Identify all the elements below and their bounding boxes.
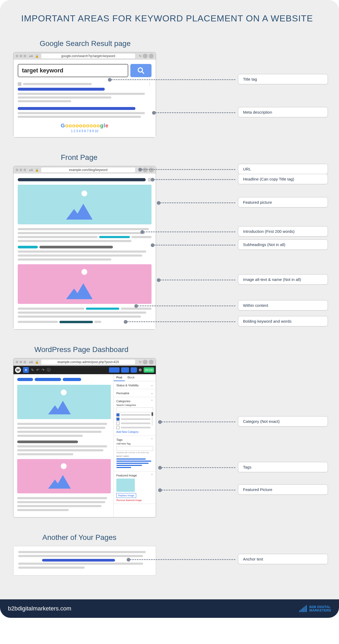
scrollbar[interactable]: [152, 412, 153, 425]
label-tags: Tags: [238, 462, 328, 472]
category-search-input[interactable]: [116, 407, 153, 412]
bold-keyword: [59, 321, 93, 323]
update-button[interactable]: [109, 367, 120, 373]
label-featured-picture: Featured picture: [238, 197, 328, 207]
settings-button[interactable]: [131, 367, 137, 373]
featured-image: [18, 185, 152, 224]
browser-chrome: ᴀA 🔒 google.com/search?q=target=keyword …: [13, 52, 156, 60]
url-bar: google.com/search?q=target=keyword: [41, 54, 135, 58]
tag-input[interactable]: [116, 446, 153, 451]
featured-thumbnail[interactable]: [116, 479, 135, 492]
wp-featured-image: [17, 385, 111, 419]
section-title-front: Front Page: [61, 153, 326, 162]
preview-button[interactable]: [121, 367, 129, 373]
replace-image-button[interactable]: Replace Image: [116, 493, 136, 498]
label-title-tag: Title tag: [238, 74, 328, 84]
label-category: Category (Not exact): [238, 416, 328, 427]
lock-icon: 🔒: [35, 168, 39, 172]
edit-icon[interactable]: ✎: [31, 368, 34, 372]
lock-icon: 🔒: [35, 360, 39, 364]
wp-editor-toolbar: W + ✎ ↶ ↷ ⓘ ⚙ 99/100: [13, 366, 156, 374]
seo-score: 99/100: [144, 367, 154, 373]
gear-icon[interactable]: ⚙: [139, 368, 142, 372]
footer-site: b2bdigitalmarketers.com: [8, 605, 71, 612]
serp-title: [18, 88, 105, 91]
back-icon: [143, 54, 148, 58]
category-checkbox[interactable]: [116, 422, 120, 425]
footer-logo: B2B DIGITAL MARKETERS: [299, 605, 331, 612]
another-page-box: [13, 546, 156, 576]
footer: b2bdigitalmarketers.com B2B DIGITAL MARK…: [0, 599, 339, 618]
intro-keyword: [99, 236, 130, 238]
svg-line-1: [142, 72, 144, 74]
subheading-keyword: [18, 246, 38, 248]
tags-panel: Tags⌃ Add New Tag Separate with commas o…: [114, 436, 156, 471]
label-subheadings: Subheadings (Not in all): [238, 239, 328, 250]
section-title-wp: WordPress Page Dashboard: [34, 345, 326, 354]
label-bolding: Bolding keyword and words: [238, 316, 328, 326]
search-input[interactable]: target keyword: [18, 64, 128, 77]
label-alt-text: Image alt-text & name (Not in all): [238, 274, 328, 285]
label-within-content: Within content: [238, 300, 328, 311]
refresh-icon: ↻: [139, 54, 141, 58]
page-title: IMPORTANT AREAS FOR KEYWORD PLACEMENT ON…: [13, 13, 326, 24]
label-url: URL: [238, 164, 328, 174]
chevron-down-icon[interactable]: ⌄: [151, 383, 153, 387]
chevron-up-icon[interactable]: ⌃: [151, 438, 153, 441]
label-introduction: Introduction (First 200 words): [238, 226, 328, 237]
wp-browser: ᴀA🔒 example.com/wp-admin/post.php?post=4…: [13, 358, 156, 517]
label-featured-picture2: Featured Picture: [238, 484, 328, 495]
serp-description: [18, 112, 145, 114]
categories-panel: Categories⌃ Search Categories Add New Ca…: [114, 397, 156, 436]
undo-icon[interactable]: ↶: [36, 368, 39, 372]
forward-icon: [149, 54, 154, 58]
serp-browser: ᴀA 🔒 google.com/search?q=target=keyword …: [13, 52, 156, 137]
wp-content-image: [17, 459, 111, 493]
category-checkbox[interactable]: [116, 418, 120, 421]
add-block-button[interactable]: +: [23, 367, 29, 373]
lock-icon: 🔒: [35, 54, 39, 58]
label-anchor: Anchor text: [238, 554, 328, 564]
serp-title: [18, 107, 135, 110]
category-checkbox[interactable]: [116, 426, 120, 429]
url-bar: example.com/wp-admin/post.php?post=420: [41, 360, 135, 364]
info-icon[interactable]: ⓘ: [47, 368, 51, 372]
label-headline: Headline (Can copy Title tag): [238, 174, 328, 184]
headline: [18, 178, 146, 181]
google-pagination-logo: Goooooooooogle: [18, 123, 152, 129]
section-title-another: Another of Your Pages: [42, 533, 326, 542]
chevron-down-icon[interactable]: ⌄: [151, 391, 153, 395]
chevron-up-icon[interactable]: ⌃: [151, 399, 153, 403]
remove-image-link[interactable]: Remove featured image: [116, 499, 153, 502]
tab-post[interactable]: Post: [114, 374, 125, 381]
wp-sidebar: PostBlock Status & Visibility⌄ Permalink…: [113, 374, 156, 517]
chevron-up-icon[interactable]: ⌃: [151, 474, 153, 477]
category-checkbox[interactable]: [116, 413, 120, 416]
wordpress-icon[interactable]: W: [15, 367, 21, 373]
label-meta-description: Meta description: [238, 107, 328, 117]
search-icon: [137, 67, 145, 74]
section-title-serp: Google Search Result page: [40, 39, 326, 48]
content-image: [18, 264, 152, 304]
content-keyword: [86, 308, 119, 310]
anchor-text: [42, 559, 115, 562]
text-size-icon: ᴀA: [29, 54, 33, 58]
tab-block[interactable]: Block: [125, 374, 137, 381]
pagination: 1 2 3 4 5 6 7 8 9 10: [18, 129, 152, 133]
url-bar: example.com/blog/keyword: [41, 168, 135, 172]
search-button[interactable]: [130, 64, 152, 77]
svg-point-0: [138, 68, 143, 72]
add-category-link[interactable]: Add New Category: [116, 430, 153, 433]
featured-image-panel: Featured Image⌃ Replace Image Remove fea…: [114, 471, 156, 504]
redo-icon[interactable]: ↷: [42, 368, 45, 372]
menu-dots-icon: ⋮: [148, 82, 152, 86]
